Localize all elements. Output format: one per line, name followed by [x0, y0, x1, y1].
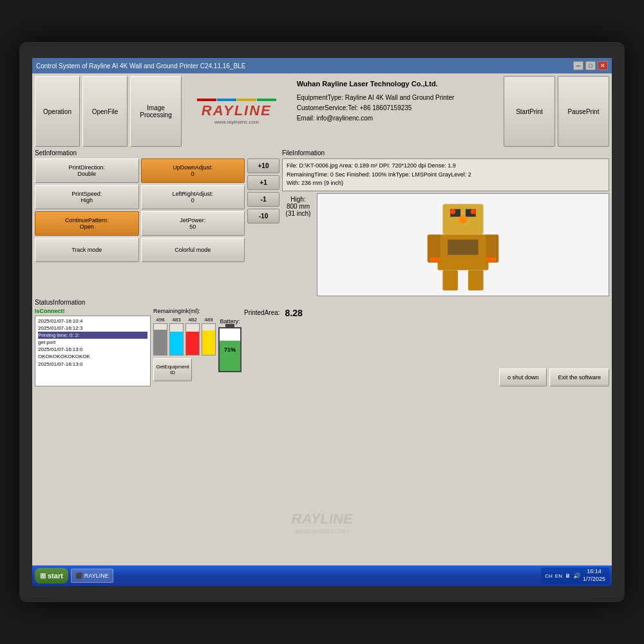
log-line-2: 2025/01/07-16:12:3: [38, 325, 82, 331]
svg-point-3: [459, 215, 468, 223]
tray-volume-icon: 🔊: [573, 573, 580, 579]
ink-battery-area: RemainingInk(ml): 496 483: [153, 308, 216, 386]
logo-area: RAYLINE www.raylinenc.com: [184, 76, 289, 147]
high-info: High: 800 mm (31 inch): [282, 193, 314, 296]
up-down-adjust-button[interactable]: UpDownAdjust: 0: [141, 158, 245, 183]
image-processing-button[interactable]: Image Processing: [130, 76, 182, 147]
equipment-type: EquipmentType: Rayline AI 4K Wall and Gr…: [297, 93, 496, 103]
email: Email: info@raylinenc.com: [297, 113, 496, 124]
ink-bar-yellow: 489: [202, 317, 216, 355]
start-button[interactable]: ⊞ start: [35, 568, 68, 583]
minus10-button[interactable]: -10: [247, 209, 279, 223]
window-title: Control System of Rayline AI 4K Wall and…: [36, 62, 245, 70]
tray-network-icon: 🖥: [565, 573, 571, 579]
status-information-section: StatusInformation IsConnect! 2025/01/07-…: [35, 299, 609, 584]
start-print-button[interactable]: StartPrint: [504, 76, 555, 147]
svg-rect-7: [442, 270, 458, 290]
system-tray: CH EN 🖥 🔊 16:14 1/7/2025: [541, 567, 609, 584]
ink-bar-outer-cyan: [169, 323, 184, 355]
preview-image: [317, 194, 609, 296]
print-direction-button[interactable]: PrintDirection: Double: [35, 158, 139, 183]
ink-bar-outer-gray: [153, 323, 167, 355]
printed-area-row: PrintedArea: 8.28: [244, 308, 609, 318]
taskbar-icon: ⬛: [75, 573, 82, 579]
file-information-section: FileInformation File: D:\KT-0006.jpg Are…: [282, 149, 609, 296]
tray-en: EN: [555, 573, 562, 579]
jet-power-button[interactable]: JetPower: 50: [141, 211, 245, 236]
high-label: High:: [285, 196, 312, 203]
ink-bar-outer-yellow: [202, 323, 216, 355]
ink-bar-outer-red: [185, 323, 200, 355]
ink-bar-gray: 496: [153, 317, 167, 355]
company-name: Wuhan Rayline Laser Technology Co.,Ltd.: [297, 79, 496, 90]
left-right-adjust-button[interactable]: LeftRightAdjust: 0: [141, 185, 245, 209]
printed-area-value: 8.28: [285, 308, 303, 318]
file-info-label: FileInformation: [282, 149, 609, 156]
monitor: Control System of Rayline AI 4K Wall and…: [19, 42, 625, 602]
exit-software-button[interactable]: Exit the software: [549, 368, 609, 386]
logo-sub: www.raylinenc.com: [197, 119, 276, 125]
taskbar-item-label: RAYLINE: [84, 573, 109, 579]
colorful-mode-button[interactable]: Colorful mode: [141, 238, 245, 262]
is-connect-label: IsConnect!: [35, 308, 65, 314]
file-info-line1: File: D:\KT-0006.jpg Area: 0.189 m² DPI:…: [287, 162, 605, 171]
remaining-ink-label: RemainingInk(ml):: [153, 308, 216, 314]
open-file-button[interactable]: OpenFile: [82, 76, 128, 147]
set-info-content: PrintDirection: Double UpDownAdjust: 0 P…: [35, 158, 279, 262]
svg-rect-9: [448, 240, 478, 255]
app-body: Operation OpenFile Image Processing RAYL…: [32, 73, 612, 586]
status-log-area: IsConnect! 2025/01/07-16:10:4 2025/01/07…: [35, 308, 151, 386]
minimize-button[interactable]: ─: [573, 61, 583, 70]
plus10-button[interactable]: +10: [247, 158, 279, 173]
svg-rect-13: [486, 257, 497, 261]
file-info-line2: RemainingTime: 0 Sec Finished: 100% InkT…: [287, 171, 605, 180]
ink-fill-gray: [154, 330, 167, 354]
operation-button[interactable]: Operation: [35, 76, 80, 147]
ink-fill-yellow: [202, 330, 215, 354]
status-content: IsConnect! 2025/01/07-16:10:4 2025/01/07…: [35, 308, 609, 386]
file-info-box: File: D:\KT-0006.jpg Area: 0.189 m² DPI:…: [282, 158, 609, 191]
high-inch: (31 inch): [285, 210, 312, 217]
ink-label-gray: 496: [156, 317, 164, 323]
top-section: Operation OpenFile Image Processing RAYL…: [35, 76, 609, 147]
ink-bars-container: 496 483: [153, 317, 216, 355]
taskbar-rayline-item[interactable]: ⬛ RAYLINE: [71, 569, 113, 583]
track-mode-button[interactable]: Track mode: [35, 238, 139, 262]
middle-section: SetInformation PrintDirection: Double Up…: [35, 149, 609, 296]
tray-date: 1/7/2025: [583, 576, 605, 583]
battery-fill: [220, 341, 240, 371]
close-button[interactable]: ✕: [598, 61, 608, 70]
pause-print-button[interactable]: PausePrint: [558, 76, 609, 147]
ink-label-red: 482: [188, 317, 196, 323]
windows-icon: ⊞: [40, 572, 46, 580]
tray-clock: 16:14: [583, 568, 605, 576]
battery-percent: 71%: [224, 346, 236, 353]
maximize-button[interactable]: □: [585, 61, 596, 70]
ink-label-cyan: 483: [172, 317, 180, 323]
rayline-logo: RAYLINE www.raylinenc.com: [197, 99, 276, 125]
print-speed-button[interactable]: PrintSpeed: High: [35, 185, 139, 209]
title-bar: Control System of Rayline AI 4K Wall and…: [32, 58, 612, 73]
logo-line-2: [217, 99, 236, 101]
continue-pattern-button[interactable]: ContinuePattern: Open: [35, 211, 139, 236]
start-label: start: [48, 572, 63, 580]
log-line-7: 2025/01/07-16:13:0: [38, 361, 82, 367]
minus1-button[interactable]: -1: [247, 192, 279, 207]
logo-lines: [197, 99, 276, 101]
taskbar: ⊞ start ⬛ RAYLINE CH EN 🖥 🔊 16:14 1/7/20…: [32, 565, 612, 586]
adjust-buttons: +10 +1 -1 -10: [247, 158, 279, 262]
logo-text: RAYLINE: [197, 102, 276, 119]
print-control-buttons: StartPrint PausePrint: [504, 76, 609, 147]
get-equipment-id-button[interactable]: GetEquipment ID: [153, 358, 192, 381]
status-right-area: PrintedArea: 8.28 o shut down Exit the s…: [244, 308, 609, 386]
shutdown-button[interactable]: o shut down: [499, 368, 547, 386]
window-controls: ─ □ ✕: [573, 61, 608, 70]
logo-line-1: [197, 99, 216, 101]
ink-bar-red: 482: [185, 317, 200, 355]
status-header: IsConnect!: [35, 308, 151, 314]
tray-time: 16:14 1/7/2025: [583, 568, 605, 583]
printed-area-label: PrintedArea:: [244, 309, 280, 316]
plus1-button[interactable]: +1: [247, 175, 279, 190]
set-information-section: SetInformation PrintDirection: Double Up…: [35, 149, 279, 296]
ink-label-yellow: 489: [204, 317, 213, 323]
